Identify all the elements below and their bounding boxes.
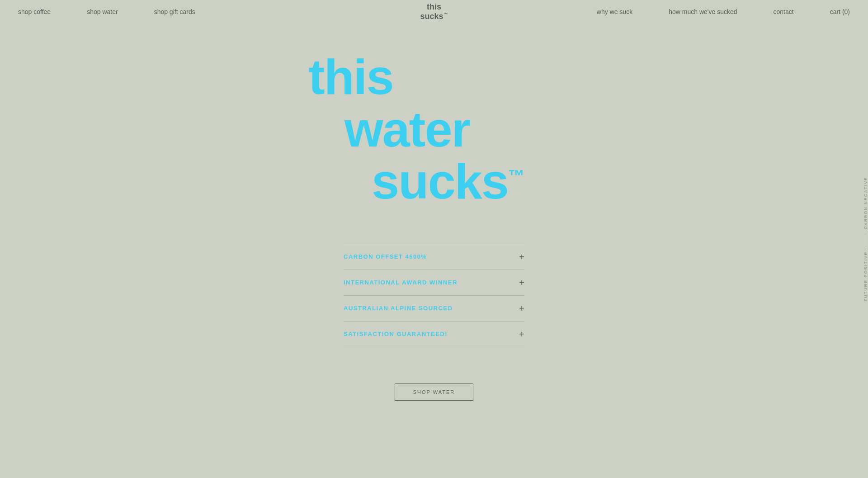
nav-contact[interactable]: contact <box>755 0 812 24</box>
nav-shop-coffee[interactable]: shop coffee <box>0 0 69 24</box>
accordion-label-alpine-sourced: AUSTRALIAN ALPINE SOURCED <box>344 305 453 312</box>
nav-shop-water[interactable]: shop water <box>69 0 136 24</box>
accordion-item-award-winner[interactable]: INTERNATIONAL AWARD WINNER + <box>344 270 524 296</box>
nav-why-we-suck[interactable]: why we suck <box>579 0 651 24</box>
logo-text: this sucks™ <box>420 3 448 21</box>
logo-line2: sucks <box>420 12 443 21</box>
nav-right: why we suck how much we've sucked contac… <box>579 0 868 24</box>
nav-shop-gift-cards[interactable]: shop gift cards <box>136 0 213 24</box>
accordion-label-carbon-offset: CARBON OFFSET 4500% <box>344 253 427 260</box>
accordion-expand-icon-1: + <box>519 278 524 287</box>
accordion-item-carbon-offset[interactable]: CARBON OFFSET 4500% + <box>344 244 524 270</box>
hero-line1: this <box>308 51 524 103</box>
accordion-label-satisfaction: SATISFACTION GUARANTEED! <box>344 331 448 337</box>
hero-title: this water sucks™ <box>344 51 524 208</box>
sidebar-label-carbon-negative: CARBON NEGATIVE <box>863 172 868 233</box>
nav-left: shop coffee shop water shop gift cards <box>0 0 213 24</box>
sidebar-divider <box>866 233 866 247</box>
hero-tm: ™ <box>508 166 524 185</box>
accordion: CARBON OFFSET 4500% + INTERNATIONAL AWAR… <box>344 244 524 347</box>
logo-line1: this <box>427 2 441 11</box>
accordion-expand-icon-0: + <box>519 252 524 261</box>
sidebar-label-future-positive: FUTURE POSITIVE <box>863 247 868 306</box>
nav-how-much[interactable]: how much we've sucked <box>651 0 755 24</box>
shop-water-button[interactable]: SHOP WATER <box>395 383 474 401</box>
main-nav: shop coffee shop water shop gift cards t… <box>0 0 868 24</box>
nav-cart[interactable]: cart (0) <box>812 0 868 24</box>
accordion-expand-icon-3: + <box>519 330 524 339</box>
accordion-item-alpine-sourced[interactable]: AUSTRALIAN ALPINE SOURCED + <box>344 296 524 322</box>
cta-section: SHOP WATER <box>395 383 474 401</box>
accordion-item-satisfaction[interactable]: SATISFACTION GUARANTEED! + <box>344 322 524 347</box>
hero-section: this water sucks™ CARBON OFFSET 4500% + … <box>0 24 868 401</box>
logo-tm: ™ <box>443 12 448 17</box>
sidebar: CARBON NEGATIVE FUTURE POSITIVE <box>863 172 868 306</box>
nav-logo[interactable]: this sucks™ <box>420 3 448 21</box>
hero-line2: water <box>344 103 524 156</box>
accordion-expand-icon-2: + <box>519 304 524 313</box>
hero-line3: sucks™ <box>372 155 524 208</box>
accordion-label-award-winner: INTERNATIONAL AWARD WINNER <box>344 279 458 286</box>
